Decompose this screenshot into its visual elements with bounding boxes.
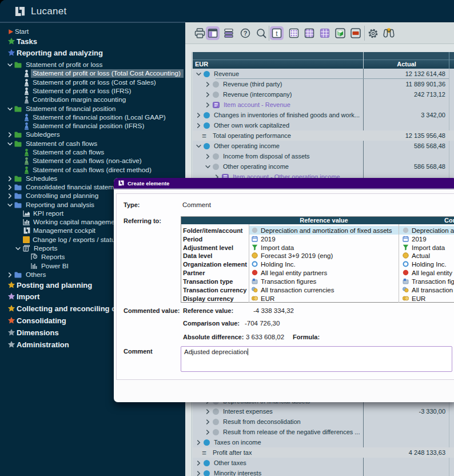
svg-text:?: ? (244, 30, 248, 37)
